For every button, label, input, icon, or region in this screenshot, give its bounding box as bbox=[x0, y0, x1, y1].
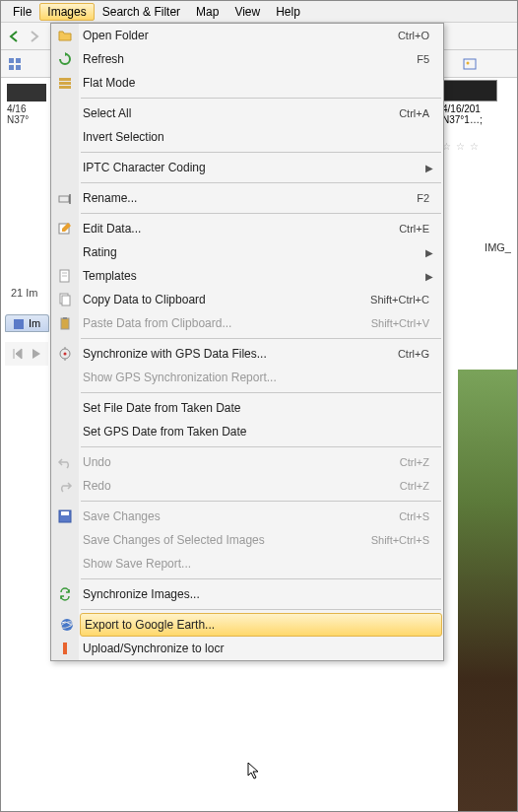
menu-separator bbox=[81, 98, 441, 99]
thumb-coord: N37° bbox=[7, 114, 46, 125]
menu-item-synchronize-with-gps-data-files[interactable]: Synchronize with GPS Data Files...Ctrl+G bbox=[79, 342, 443, 366]
rating-stars[interactable]: ☆ ☆ ☆ bbox=[442, 141, 513, 152]
back-icon[interactable] bbox=[7, 29, 23, 44]
thumbnail[interactable] bbox=[7, 84, 46, 102]
svg-rect-27 bbox=[63, 643, 67, 654]
menu-item-label: Show GPS Synchronization Report... bbox=[77, 371, 435, 384]
svg-rect-1 bbox=[16, 58, 21, 63]
menu-item-save-changes: Save ChangesCtrl+S bbox=[79, 505, 443, 528]
status-bar: 21 Im bbox=[5, 283, 44, 303]
svg-rect-3 bbox=[16, 65, 21, 70]
menu-item-upload-synchronize-to-locr[interactable]: Upload/Synchronize to locr bbox=[79, 637, 443, 660]
svg-rect-9 bbox=[59, 196, 69, 202]
menu-item-shortcut: Ctrl+E bbox=[399, 223, 435, 235]
menu-help[interactable]: Help bbox=[268, 3, 308, 21]
menu-item-shortcut: Ctrl+Z bbox=[400, 480, 435, 492]
menu-separator bbox=[81, 182, 441, 183]
menu-item-open-folder[interactable]: Open FolderCtrl+O bbox=[79, 24, 443, 47]
menu-item-set-gps-date-from-taken-date[interactable]: Set GPS Date from Taken Date bbox=[79, 420, 443, 443]
menu-item-label: Export to Google Earth... bbox=[79, 618, 433, 632]
menu-item-edit-data[interactable]: Edit Data...Ctrl+E bbox=[79, 217, 443, 240]
menu-search-filter[interactable]: Search & Filter bbox=[95, 3, 188, 21]
menu-item-redo: RedoCtrl+Z bbox=[79, 474, 443, 498]
menu-item-flat-mode[interactable]: Flat Mode bbox=[79, 71, 443, 95]
tab-icon bbox=[14, 319, 24, 329]
menubar: File Images Search & Filter Map View Hel… bbox=[1, 1, 517, 23]
svg-rect-0 bbox=[9, 58, 14, 63]
menu-item-shortcut: F2 bbox=[417, 192, 435, 204]
grid-icon[interactable] bbox=[7, 56, 23, 72]
menu-item-select-all[interactable]: Select AllCtrl+A bbox=[79, 102, 443, 125]
menu-item-label: Rename... bbox=[77, 191, 417, 205]
refresh-icon bbox=[53, 51, 77, 67]
menu-item-label: Invert Selection bbox=[77, 130, 435, 144]
forward-icon[interactable] bbox=[27, 29, 42, 44]
menu-item-label: Flat Mode bbox=[77, 76, 435, 90]
left-pane: 4/16 N37° bbox=[5, 80, 48, 129]
svg-rect-2 bbox=[9, 65, 14, 70]
undo-icon bbox=[53, 454, 77, 470]
svg-point-5 bbox=[467, 61, 470, 64]
svg-point-20 bbox=[64, 353, 67, 356]
menu-item-label: Save Changes of Selected Images bbox=[77, 533, 371, 547]
image-count: 21 Im bbox=[11, 287, 38, 299]
menu-item-label: Edit Data... bbox=[77, 222, 399, 236]
player-controls bbox=[5, 342, 48, 366]
svg-rect-18 bbox=[63, 317, 67, 319]
menu-item-shortcut: Ctrl+Z bbox=[400, 456, 435, 468]
menu-item-shortcut: Shift+Ctrl+V bbox=[371, 317, 435, 329]
menu-item-shortcut: Ctrl+O bbox=[398, 30, 435, 41]
folder-icon bbox=[53, 28, 77, 43]
menu-item-rename[interactable]: Rename...F2 bbox=[79, 186, 443, 210]
flat-icon bbox=[53, 75, 77, 91]
menu-item-shortcut: Ctrl+G bbox=[398, 348, 435, 360]
menu-item-label: Templates bbox=[77, 269, 425, 283]
menu-item-label: Show Save Report... bbox=[77, 557, 435, 571]
menu-item-synchronize-images[interactable]: Synchronize Images... bbox=[79, 582, 443, 606]
menu-item-label: IPTC Character Coding bbox=[77, 161, 425, 174]
prev-icon[interactable] bbox=[11, 346, 24, 362]
svg-rect-16 bbox=[62, 296, 70, 305]
menu-item-set-file-date-from-taken-date[interactable]: Set File Date from Taken Date bbox=[79, 396, 443, 420]
thumbnail-image[interactable] bbox=[442, 80, 497, 102]
rename-icon bbox=[53, 190, 77, 206]
play-icon[interactable] bbox=[30, 346, 42, 362]
menu-item-export-to-google-earth[interactable]: Export to Google Earth... bbox=[80, 613, 442, 637]
right-thumbnail[interactable]: 4/16/201 N37°1…; ☆ ☆ ☆ bbox=[442, 80, 513, 152]
menu-separator bbox=[81, 501, 441, 502]
menu-item-invert-selection[interactable]: Invert Selection bbox=[79, 125, 443, 149]
menu-item-shortcut: Ctrl+S bbox=[399, 510, 435, 522]
thumb-coord: N37°1…; bbox=[442, 114, 513, 125]
menu-item-label: Copy Data to Clipboard bbox=[77, 293, 370, 306]
menu-item-label: Upload/Synchronize to locr bbox=[77, 642, 435, 655]
thumb-date: 4/16 bbox=[7, 103, 46, 114]
menu-item-rating[interactable]: Rating▶ bbox=[79, 240, 443, 264]
menu-item-label: Set File Date from Taken Date bbox=[77, 401, 435, 415]
menu-item-undo: UndoCtrl+Z bbox=[79, 450, 443, 474]
image-icon[interactable] bbox=[462, 56, 478, 72]
menu-separator bbox=[81, 578, 441, 579]
tab-images[interactable]: Im bbox=[5, 314, 49, 332]
menu-item-shortcut: F5 bbox=[417, 53, 435, 65]
thumb-date: 4/16/201 bbox=[442, 103, 513, 114]
menu-item-refresh[interactable]: RefreshF5 bbox=[79, 47, 443, 71]
menu-view[interactable]: View bbox=[227, 3, 268, 21]
menu-item-label: Synchronize Images... bbox=[77, 587, 435, 601]
paste-icon bbox=[53, 315, 77, 331]
menu-item-copy-data-to-clipboard[interactable]: Copy Data to ClipboardShift+Ctrl+C bbox=[79, 288, 443, 311]
menu-file[interactable]: File bbox=[5, 3, 39, 21]
menu-item-templates[interactable]: Templates▶ bbox=[79, 264, 443, 288]
menu-item-label: Open Folder bbox=[77, 29, 398, 42]
tab-label: Im bbox=[29, 317, 40, 329]
menu-separator bbox=[81, 392, 441, 393]
menu-item-show-save-report: Show Save Report... bbox=[79, 552, 443, 575]
menu-map[interactable]: Map bbox=[188, 3, 227, 21]
menu-item-show-gps-synchronization-report: Show GPS Synchronization Report... bbox=[79, 366, 443, 389]
menu-item-save-changes-of-selected-images: Save Changes of Selected ImagesShift+Ctr… bbox=[79, 528, 443, 552]
svg-rect-17 bbox=[61, 318, 69, 329]
menu-images[interactable]: Images bbox=[39, 3, 94, 21]
menu-item-iptc-character-coding[interactable]: IPTC Character Coding▶ bbox=[79, 156, 443, 179]
menu-separator bbox=[81, 446, 441, 447]
redo-icon bbox=[53, 478, 77, 494]
svg-rect-24 bbox=[61, 511, 69, 515]
